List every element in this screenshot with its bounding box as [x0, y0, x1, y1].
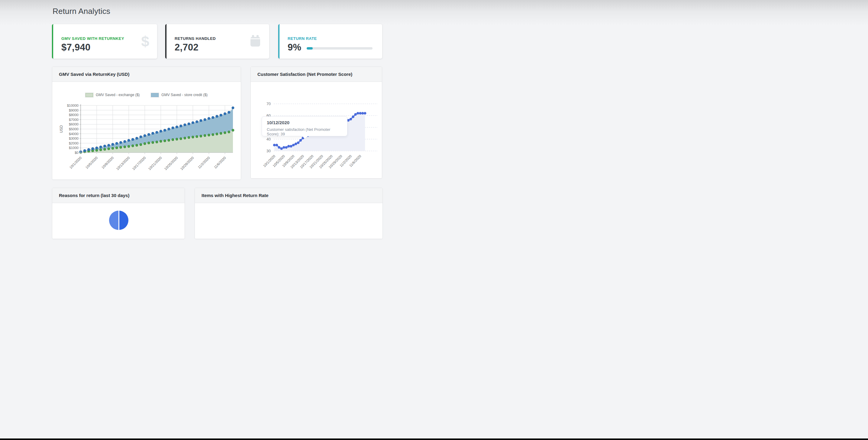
svg-text:USD: USD: [59, 125, 63, 133]
kpi-card-return-rate: RETURN RATE 9%: [278, 24, 382, 59]
return-reasons-pie-chart[interactable]: [109, 211, 128, 220]
svg-text:11/6/2020: 11/6/2020: [213, 156, 226, 169]
card-title: Customer Satisfaction (Net Promoter Scor…: [257, 71, 352, 77]
svg-text:$10000: $10000: [67, 104, 79, 107]
legend-item-store-credit[interactable]: GMV Saved - store credit ($): [151, 93, 208, 97]
legend-item-exchange[interactable]: GMV Saved - exchange ($): [86, 93, 140, 97]
svg-text:11/2/2020: 11/2/2020: [197, 156, 211, 169]
calendar-icon: [249, 34, 261, 48]
svg-text:10/5/2020: 10/5/2020: [85, 156, 98, 170]
svg-text:$1000: $1000: [69, 146, 79, 150]
page-title: Return Analytics: [53, 7, 110, 16]
return-rate-progress-bar: [307, 47, 373, 50]
legend-swatch-exchange: [86, 93, 93, 97]
svg-text:$7000: $7000: [69, 118, 79, 121]
svg-text:$3000: $3000: [69, 137, 79, 140]
svg-text:30: 30: [267, 149, 271, 153]
kpi-value: 2,702: [175, 42, 262, 53]
svg-text:$2000: $2000: [69, 141, 79, 145]
svg-text:10/25/2020: 10/25/2020: [164, 156, 179, 171]
kpi-label: GMV SAVED WITH RETURNKEY: [61, 36, 150, 41]
svg-text:40: 40: [267, 137, 271, 141]
tooltip-date: 10/12/2020: [267, 120, 342, 125]
card-return-reasons: Reasons for return (last 30 days): [52, 188, 185, 220]
dollar-icon: $: [141, 34, 149, 49]
svg-text:70: 70: [267, 102, 271, 106]
card-gmv-chart: GMV Saved via ReturnKey (USD) GMV Saved …: [52, 66, 241, 180]
svg-text:10/21/2020: 10/21/2020: [148, 156, 162, 171]
svg-text:$9000: $9000: [69, 109, 79, 112]
legend-label: GMV Saved - exchange ($): [96, 93, 140, 97]
gmv-chart-body: GMV Saved - exchange ($) GMV Saved - sto…: [52, 82, 241, 180]
card-highest-return-items: Items with Highest Return Rate: [194, 188, 383, 220]
kpi-label: RETURNS HANDLED: [175, 36, 262, 41]
card-header: Customer Satisfaction (Net Promoter Scor…: [251, 67, 382, 82]
card-title: Reasons for return (last 30 days): [59, 193, 129, 198]
svg-text:10/13/2020: 10/13/2020: [116, 156, 130, 171]
nps-chart-tooltip: 10/12/2020 Customer satisfaction (Net Pr…: [261, 116, 347, 136]
card-header: Reasons for return (last 30 days): [52, 188, 185, 203]
card-nps-chart: Customer Satisfaction (Net Promoter Scor…: [250, 66, 382, 179]
dashboard-page: Return Analytics GMV SAVED WITH RETURNKE…: [0, 0, 434, 220]
svg-text:$8000: $8000: [69, 113, 79, 117]
kpi-value: $7,940: [61, 42, 150, 53]
return-rate-progress-fill: [307, 47, 313, 50]
tooltip-text: Customer satisfaction (Net Promoter Scor…: [267, 127, 342, 136]
svg-text:10/29/2020: 10/29/2020: [180, 156, 194, 171]
svg-text:10/1/2020: 10/1/2020: [69, 156, 83, 170]
card-header: Items with Highest Return Rate: [195, 188, 382, 203]
svg-text:10/17/2020: 10/17/2020: [131, 156, 146, 171]
svg-text:$4000: $4000: [69, 132, 79, 136]
svg-text:$6000: $6000: [69, 122, 79, 126]
svg-text:$5000: $5000: [69, 127, 79, 131]
kpi-value: 9%: [288, 42, 301, 53]
kpi-card-gmv-saved: GMV SAVED WITH RETURNKEY $7,940 $: [52, 24, 157, 59]
gmv-chart-legend: GMV Saved - exchange ($) GMV Saved - sto…: [52, 93, 241, 97]
card-title: Items with Highest Return Rate: [202, 193, 269, 198]
kpi-card-returns-handled: RETURNS HANDLED 2,702: [165, 24, 269, 59]
legend-label: GMV Saved - store credit ($): [161, 93, 208, 97]
card-title: GMV Saved via ReturnKey (USD): [59, 71, 129, 77]
card-header: GMV Saved via ReturnKey (USD): [52, 67, 241, 82]
reasons-chart-body: [52, 203, 185, 220]
kpi-label: RETURN RATE: [288, 36, 375, 41]
legend-swatch-store-credit: [151, 93, 159, 97]
svg-text:$0: $0: [74, 151, 79, 154]
svg-text:10/9/2020: 10/9/2020: [101, 156, 115, 170]
nps-chart-body: 304050607010/1/202010/5/202010/9/202010/…: [251, 82, 382, 179]
items-body: [195, 203, 382, 220]
